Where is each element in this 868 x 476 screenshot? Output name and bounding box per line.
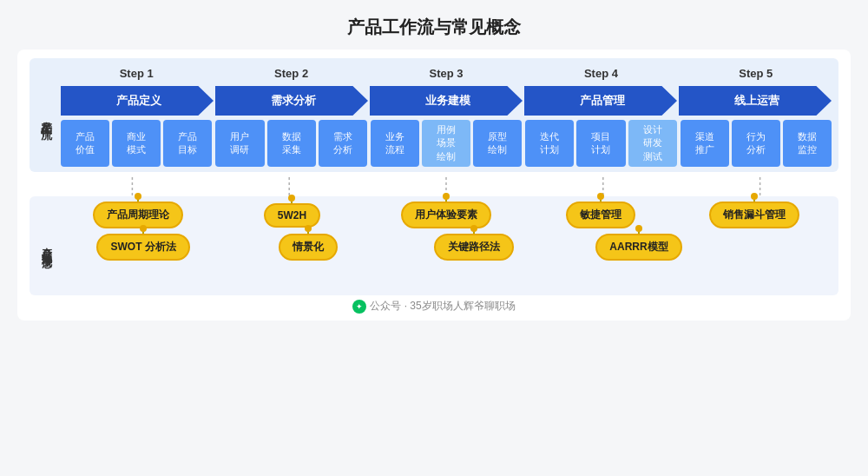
arrow-1: 产品定义 <box>61 86 214 116</box>
wechat-icon: ✦ <box>352 300 366 314</box>
arrow-5: 线上运营 <box>679 86 832 116</box>
concept-tag-8: 关键路径法 <box>434 234 514 261</box>
concept-slot-6: SWOT 分析法 <box>61 234 226 261</box>
concept-tag-1: 产品周期理论 <box>93 202 183 228</box>
sub-item: 数据监控 <box>783 120 832 167</box>
arrow-label-4: 产品管理 <box>576 93 625 109</box>
concept-tag-7: 情景化 <box>279 234 338 261</box>
diagram-container: 产品工作流 Step 1 Step 2 Step 3 Step 4 Step 5… <box>17 50 851 321</box>
sub-item: 产品目标 <box>163 120 212 167</box>
concept-row-2: SWOT 分析法 情景化 关键路径法 AARRR模型 <box>61 234 832 261</box>
sub-item: 需求分析 <box>319 120 367 167</box>
sub-item: 迭代计划 <box>525 120 574 167</box>
step-group-4: 迭代计划 项目计划 设计研发测试 <box>525 120 676 167</box>
concept-slot-9: AARRR模型 <box>556 234 721 261</box>
concept-slot-4: 敏捷管理 <box>523 202 678 228</box>
concept-tag-4: 敏捷管理 <box>566 202 635 228</box>
arrow-label-3: 业务建模 <box>422 93 470 109</box>
sub-item: 产品价值 <box>61 120 109 167</box>
step-header-3: Step 3 <box>371 65 522 82</box>
sub-item: 用例场景绘制 <box>422 120 470 167</box>
step-header-2: Step 2 <box>215 65 366 82</box>
arrow-label-2: 需求分析 <box>267 93 316 109</box>
arrow-label-5: 线上运营 <box>731 93 779 109</box>
main-title: 产品工作流与常见概念 <box>347 16 521 39</box>
concept-tag-5: 销售漏斗管理 <box>709 202 799 228</box>
watermark: ✦ 公众号 · 35岁职场人辉爷聊职场 <box>30 299 838 314</box>
step-group-1: 产品价值 商业模式 产品目标 <box>61 120 212 167</box>
concept-tag-6: SWOT 分析法 <box>96 234 189 261</box>
concept-row-1: 产品周期理论 5W2H 用户体验要素 敏捷管理 销售漏斗管理 <box>61 202 832 228</box>
sub-item: 业务流程 <box>371 120 419 167</box>
concept-slot-3: 用户体验要素 <box>369 202 523 228</box>
concept-slot-7: 情景化 <box>226 234 391 261</box>
concept-slot-2: 5W2H <box>215 202 370 228</box>
concept-items-area: 产品周期理论 5W2H 用户体验要素 敏捷管理 销售漏斗管理 SWOT 分析法 <box>61 202 832 288</box>
sub-item: 商业模式 <box>112 120 161 167</box>
sub-item: 渠道推广 <box>681 120 729 167</box>
arrow-4: 产品管理 <box>524 86 677 116</box>
arrow-label-1: 产品定义 <box>113 93 161 109</box>
concept-slot-5: 销售漏斗管理 <box>677 202 832 228</box>
concept-slot-8: 关键路径法 <box>391 234 556 261</box>
concept-slot-1: 产品周期理论 <box>61 202 215 228</box>
step-header-5: Step 5 <box>681 65 832 82</box>
sub-item: 设计研发测试 <box>628 120 677 167</box>
sub-item: 原型绘制 <box>473 120 522 167</box>
arrow-row: 产品定义 需求分析 业务建模 产品管理 线上运营 <box>61 86 832 116</box>
top-label: 产品工作流 <box>36 65 56 167</box>
sub-item: 项目计划 <box>576 120 625 167</box>
concept-tag-3: 用户体验要素 <box>401 202 491 228</box>
arrow-3: 业务建模 <box>370 86 523 116</box>
step-group-5: 渠道推广 行为分析 数据监控 <box>681 120 832 167</box>
step-group-2: 用户调研 数据采集 需求分析 <box>215 120 366 167</box>
bottom-label: 产品域常见概念 <box>36 202 56 288</box>
concept-tag-2: 5W2H <box>264 203 320 228</box>
step-group-3: 业务流程 用例场景绘制 原型绘制 <box>371 120 522 167</box>
concept-tag-9: AARRR模型 <box>595 234 681 261</box>
sub-item: 用户调研 <box>215 120 264 167</box>
watermark-text: 公众号 · 35岁职场人辉爷聊职场 <box>370 299 515 314</box>
arrow-2: 需求分析 <box>215 86 368 116</box>
top-section: 产品工作流 Step 1 Step 2 Step 3 Step 4 Step 5… <box>30 58 838 172</box>
sub-item: 行为分析 <box>732 120 780 167</box>
sub-items-row: 产品价值 商业模式 产品目标 用户调研 数据采集 需求分析 业务流程 用例场景绘… <box>61 120 832 167</box>
step-header-1: Step 1 <box>61 65 212 82</box>
steps-area: Step 1 Step 2 Step 3 Step 4 Step 5 产品定义 … <box>61 65 832 167</box>
sub-item: 数据采集 <box>267 120 316 167</box>
step-header-4: Step 4 <box>525 65 676 82</box>
concept-slot-empty <box>721 234 832 261</box>
step-headers: Step 1 Step 2 Step 3 Step 4 Step 5 <box>61 65 832 82</box>
bottom-section: 产品域常见概念 产品周期理论 5W2H 用户体验要素 敏捷管理 销售漏斗管理 <box>30 196 838 295</box>
